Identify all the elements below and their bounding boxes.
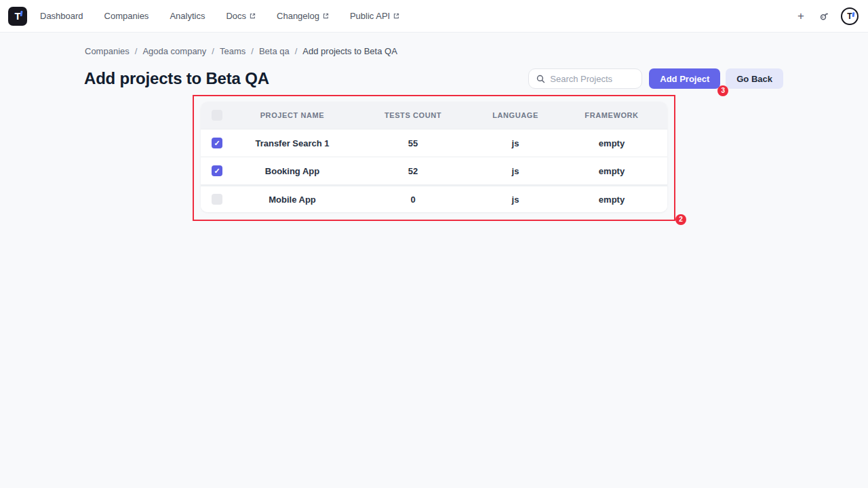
- table-row[interactable]: Mobile App 0 js empty: [201, 184, 667, 212]
- nav-item-label: Companies: [104, 11, 149, 21]
- row-checkbox[interactable]: [212, 165, 222, 176]
- nav-menu: Dashboard Companies Analytics Docs Chang…: [40, 11, 420, 21]
- language-cell: js: [475, 195, 556, 205]
- app-logo[interactable]: T: [8, 7, 27, 26]
- go-back-button[interactable]: Go Back: [726, 68, 783, 89]
- table-header-row: PROJECT NAME TESTS COUNT LANGUAGE FRAMEW…: [201, 102, 667, 129]
- breadcrumb: Companies / Agoda company / Teams / Beta…: [85, 46, 783, 57]
- avatar-letter: T: [847, 12, 852, 20]
- nav-item-label: Analytics: [170, 11, 205, 21]
- nav-item-dashboard[interactable]: Dashboard: [40, 11, 83, 21]
- tests-count-cell: 55: [351, 138, 475, 148]
- select-all-checkbox[interactable]: [212, 110, 222, 121]
- project-name-cell: Transfer Search 1: [233, 138, 351, 148]
- breadcrumb-separator: /: [212, 46, 214, 57]
- topbar-actions: + T: [795, 7, 859, 25]
- breadcrumb-beta-qa[interactable]: Beta qa: [259, 46, 290, 57]
- breadcrumb-agoda-company[interactable]: Agoda company: [142, 46, 206, 57]
- table-row[interactable]: Transfer Search 1 55 js empty: [201, 129, 667, 157]
- annotation-badge-3: 3: [717, 85, 728, 96]
- tests-count-cell: 52: [351, 166, 475, 176]
- search-icon: [536, 75, 545, 83]
- framework-cell: empty: [556, 195, 667, 205]
- nav-item-docs[interactable]: Docs: [226, 11, 256, 21]
- top-navigation-bar: T Dashboard Companies Analytics Docs Cha…: [0, 0, 868, 33]
- external-link-icon: [323, 13, 329, 19]
- framework-cell: empty: [556, 138, 667, 148]
- nav-item-public-api[interactable]: Public API: [350, 11, 399, 21]
- language-cell: js: [475, 138, 556, 148]
- breadcrumb-separator: /: [135, 46, 138, 57]
- search-projects-box: [528, 68, 642, 89]
- page-title: Add projects to Beta QA: [84, 69, 269, 88]
- column-header-framework: FRAMEWORK: [556, 111, 667, 119]
- project-name-cell: Mobile App: [233, 195, 351, 205]
- breadcrumb-teams[interactable]: Teams: [220, 46, 245, 57]
- column-header-language: LANGUAGE: [475, 111, 556, 119]
- nav-item-label: Dashboard: [40, 11, 83, 21]
- nav-item-label: Public API: [350, 11, 390, 21]
- external-link-icon: [250, 13, 256, 19]
- projects-table: PROJECT NAME TESTS COUNT LANGUAGE FRAMEW…: [201, 102, 667, 212]
- nav-item-label: Changelog: [277, 11, 319, 21]
- column-header-tests-count: TESTS COUNT: [351, 111, 475, 119]
- breadcrumb-current-page: Add projects to Beta QA: [302, 46, 397, 57]
- language-cell: js: [475, 166, 556, 176]
- framework-cell: empty: [556, 166, 667, 176]
- add-icon[interactable]: +: [795, 9, 807, 23]
- breadcrumb-separator: /: [251, 46, 254, 57]
- row-checkbox[interactable]: [212, 138, 222, 148]
- add-project-button[interactable]: Add Project 3: [649, 68, 720, 89]
- user-avatar[interactable]: T: [841, 7, 859, 25]
- row-checkbox[interactable]: [212, 194, 222, 205]
- table-row[interactable]: Booking App 52 js empty: [201, 157, 667, 184]
- project-name-cell: Booking App: [233, 166, 351, 176]
- avatar-logo-accent: [852, 12, 854, 16]
- search-projects-input[interactable]: [550, 74, 635, 84]
- nav-item-label: Docs: [226, 11, 246, 21]
- breadcrumb-separator: /: [295, 46, 298, 57]
- external-link-icon: [393, 13, 399, 19]
- nav-item-companies[interactable]: Companies: [104, 11, 149, 21]
- breadcrumb-companies[interactable]: Companies: [85, 46, 130, 57]
- tests-count-cell: 0: [351, 195, 475, 205]
- column-header-project-name: PROJECT NAME: [233, 111, 351, 119]
- add-project-label: Add Project: [660, 74, 709, 84]
- annotation-rectangle: PROJECT NAME TESTS COUNT LANGUAGE FRAMEW…: [193, 95, 675, 221]
- annotation-badge-2: 2: [675, 214, 686, 225]
- table-body: Transfer Search 1 55 js empty Booking Ap…: [201, 129, 667, 212]
- app-logo-accent: [20, 10, 22, 16]
- nav-item-changelog[interactable]: Changelog: [277, 11, 329, 21]
- page-header: Add projects to Beta QA Add Project 3 Go…: [84, 68, 783, 89]
- nav-item-analytics[interactable]: Analytics: [170, 11, 205, 21]
- lens-icon[interactable]: [818, 11, 829, 22]
